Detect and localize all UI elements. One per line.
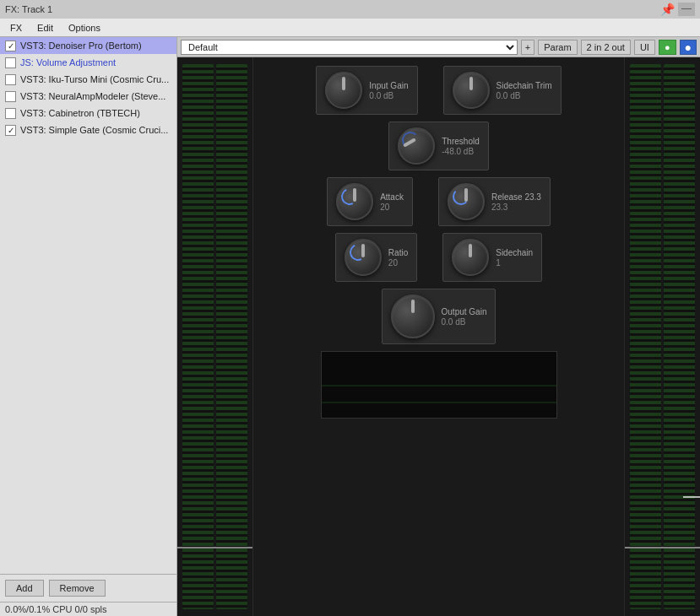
fx-label-volume: JS: Volume Adjustment (20, 57, 116, 68)
ratio-value: 20 (388, 258, 398, 267)
sidechain-control: Sidechain 1 (442, 233, 542, 282)
input-gain-label: Input Gain (369, 81, 408, 91)
menu-edit[interactable]: Edit (30, 21, 60, 35)
attack-control: Attack 20 (327, 177, 413, 226)
waveform-display (321, 351, 557, 419)
fx-label-neural: VST3: NeuralAmpModeler (Steve... (20, 91, 166, 101)
ui-button[interactable]: UI (634, 40, 655, 55)
sidechain-label: Sidechain (496, 248, 533, 258)
release-knob[interactable] (448, 183, 485, 220)
fx-checkbox-denoiser[interactable] (5, 41, 16, 51)
fx-buttons: Add Remove (0, 574, 176, 602)
row-threshold: Threshold -48.0 dB (388, 122, 488, 170)
fx-item-cabinetron[interactable]: VST3: Cabinetron (TBTECH) (0, 105, 176, 122)
param-button[interactable]: Param (538, 40, 577, 55)
attack-value: 20 (380, 203, 389, 212)
preset-select[interactable]: Default (181, 40, 518, 55)
fx-item-volume[interactable]: JS: Volume Adjustment (0, 54, 176, 71)
fx-checkbox-cabinetron[interactable] (5, 108, 16, 119)
sidechain-trim-label: Sidechain Trim (497, 81, 552, 91)
sidechain-value: 1 (496, 258, 501, 267)
release-value: 23.3 (491, 203, 507, 212)
output-gain-value: 0.0 dB (442, 317, 466, 327)
row-input-sidechain: Input Gain 0.0 dB Sidechain Trim 0.0 dB (316, 66, 561, 115)
fx-label-iku: VST3: Iku-Turso Mini (Cosmic Cru... (20, 74, 169, 84)
fx-item-iku[interactable]: VST3: Iku-Turso Mini (Cosmic Cru... (0, 71, 176, 88)
fx-list-panel: VST3: Denoiser Pro (Bertom) JS: Volume A… (0, 37, 177, 616)
fx-label-denoiser: VST3: Denoiser Pro (Bertom) (20, 41, 142, 51)
status-bar: 0.0%/0.1% CPU 0/0 spls (0, 602, 176, 616)
svg-rect-0 (322, 352, 556, 418)
title-bar: FX: Track 1 📌 — (0, 0, 700, 19)
sidechain-trim-knob[interactable] (453, 72, 490, 109)
plugin-main: Input Gain 0.0 dB Sidechain Trim 0.0 dB (177, 57, 700, 616)
input-gain-control: Input Gain 0.0 dB (316, 66, 417, 115)
window-title: FX: Track 1 (5, 4, 52, 14)
input-gain-knob[interactable] (325, 72, 362, 109)
fx-checkbox-neural[interactable] (5, 91, 16, 102)
plugin-area: Default + Param 2 in 2 out UI ● ● (177, 37, 700, 616)
attack-label: Attack (380, 192, 404, 203)
row-attack-release: Attack 20 Release 23.3 23.3 (327, 177, 551, 226)
menu-bar: FX Edit Options (0, 19, 700, 37)
center-panel: Input Gain 0.0 dB Sidechain Trim 0.0 dB (253, 57, 624, 616)
release-control: Release 23.3 23.3 (438, 177, 551, 226)
attack-knob[interactable] (336, 183, 373, 220)
sidechain-trim-value: 0.0 dB (497, 91, 521, 100)
threshold-value: -48.0 dB (442, 147, 474, 156)
fx-checkbox-volume[interactable] (5, 57, 16, 68)
vu-meter-left (177, 57, 253, 616)
green-button[interactable]: ● (659, 40, 676, 55)
main-layout: VST3: Denoiser Pro (Bertom) JS: Volume A… (0, 37, 700, 616)
threshold-knob[interactable] (398, 127, 435, 165)
threshold-control: Threshold -48.0 dB (388, 122, 488, 170)
release-label: Release 23.3 (491, 192, 541, 203)
ratio-knob[interactable] (345, 239, 382, 276)
sidechain-knob[interactable] (452, 239, 489, 276)
fx-item-neural[interactable]: VST3: NeuralAmpModeler (Steve... (0, 88, 176, 105)
menu-options[interactable]: Options (62, 21, 107, 35)
fx-checkbox-simplegate[interactable] (5, 125, 16, 136)
fx-label-simplegate: VST3: Simple Gate (Cosmic Cruci... (20, 125, 168, 135)
row-output-gain: Output Gain 0.0 dB (382, 289, 497, 344)
io-button[interactable]: 2 in 2 out (581, 40, 631, 55)
blue-button[interactable]: ● (680, 40, 697, 55)
fx-checkbox-iku[interactable] (5, 74, 16, 85)
add-button[interactable]: Add (5, 580, 44, 597)
fx-label-cabinetron: VST3: Cabinetron (TBTECH) (20, 108, 140, 118)
remove-button[interactable]: Remove (49, 580, 106, 597)
pin-button[interactable]: 📌 (660, 3, 675, 16)
ratio-label: Ratio (388, 248, 408, 258)
plugin-toolbar: Default + Param 2 in 2 out UI ● ● (177, 37, 700, 57)
fx-item-simplegate[interactable]: VST3: Simple Gate (Cosmic Cruci... (0, 122, 176, 138)
add-preset-button[interactable]: + (521, 40, 534, 55)
fx-item-denoiser[interactable]: VST3: Denoiser Pro (Bertom) (0, 37, 176, 54)
vu-meter-right (624, 57, 700, 616)
sidechain-trim-control: Sidechain Trim 0.0 dB (443, 66, 562, 115)
output-gain-knob[interactable] (391, 294, 435, 338)
ratio-control: Ratio 20 (335, 233, 417, 282)
minimize-button[interactable]: — (678, 3, 695, 16)
output-gain-control: Output Gain 0.0 dB (382, 289, 497, 344)
threshold-label: Threshold (442, 137, 479, 147)
menu-fx[interactable]: FX (3, 21, 29, 35)
input-gain-value: 0.0 dB (369, 91, 393, 100)
row-ratio-sidechain: Ratio 20 Sidechain 1 (335, 233, 542, 282)
cpu-status: 0.0%/0.1% CPU 0/0 spls (5, 604, 106, 614)
output-gain-label: Output Gain (442, 307, 487, 317)
